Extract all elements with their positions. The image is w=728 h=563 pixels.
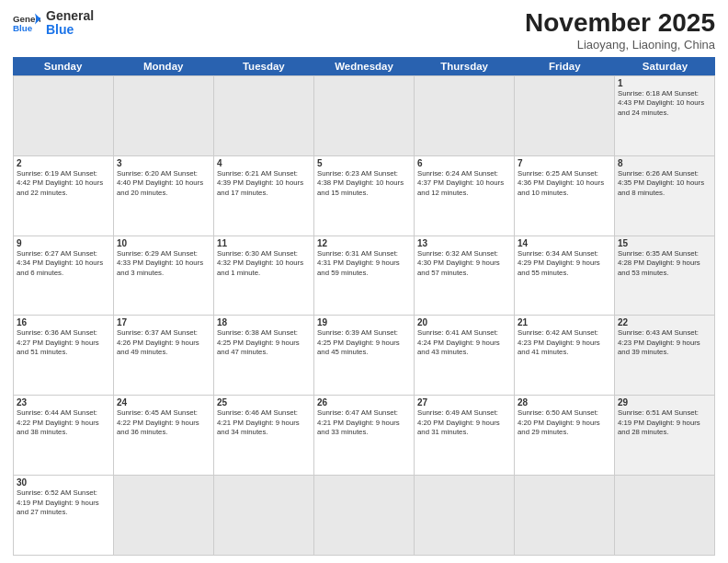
day-info: Sunrise: 6:23 AM Sunset: 4:38 PM Dayligh…	[317, 169, 411, 199]
table-row: 29Sunrise: 6:51 AM Sunset: 4:19 PM Dayli…	[615, 396, 715, 476]
day-number: 11	[217, 238, 311, 248]
day-info: Sunrise: 6:42 AM Sunset: 4:23 PM Dayligh…	[518, 328, 611, 358]
day-info: Sunrise: 6:24 AM Sunset: 4:37 PM Dayligh…	[417, 169, 511, 199]
day-info: Sunrise: 6:29 AM Sunset: 4:33 PM Dayligh…	[117, 249, 210, 279]
table-row: 21Sunrise: 6:42 AM Sunset: 4:23 PM Dayli…	[515, 316, 615, 396]
table-row	[214, 76, 314, 156]
table-row: 28Sunrise: 6:50 AM Sunset: 4:20 PM Dayli…	[515, 396, 615, 476]
day-number: 5	[317, 158, 411, 168]
header-sunday: Sunday	[13, 57, 113, 75]
day-number: 24	[117, 397, 210, 408]
day-number: 23	[17, 397, 110, 408]
calendar: Sunday Monday Tuesday Wednesday Thursday…	[13, 57, 715, 556]
table-row	[615, 476, 715, 556]
day-number: 2	[17, 158, 110, 168]
table-row: 6Sunrise: 6:24 AM Sunset: 4:37 PM Daylig…	[415, 156, 515, 236]
table-row: 24Sunrise: 6:45 AM Sunset: 4:22 PM Dayli…	[114, 396, 214, 476]
day-info: Sunrise: 6:43 AM Sunset: 4:23 PM Dayligh…	[618, 328, 711, 358]
table-row: 20Sunrise: 6:41 AM Sunset: 4:24 PM Dayli…	[415, 316, 515, 396]
logo-blue: Blue	[46, 23, 94, 37]
table-row: 8Sunrise: 6:26 AM Sunset: 4:35 PM Daylig…	[615, 156, 715, 236]
logo-general: General	[46, 9, 94, 23]
day-number: 14	[518, 238, 611, 248]
table-row	[415, 476, 515, 556]
day-info: Sunrise: 6:47 AM Sunset: 4:21 PM Dayligh…	[317, 408, 411, 438]
day-number: 29	[618, 397, 711, 408]
day-number: 22	[618, 317, 711, 327]
table-row	[515, 76, 615, 156]
location-subtitle: Liaoyang, Liaoning, China	[525, 38, 715, 52]
day-info: Sunrise: 6:49 AM Sunset: 4:20 PM Dayligh…	[417, 408, 511, 438]
table-row: 22Sunrise: 6:43 AM Sunset: 4:23 PM Dayli…	[615, 316, 715, 396]
table-row: 10Sunrise: 6:29 AM Sunset: 4:33 PM Dayli…	[114, 236, 214, 316]
day-info: Sunrise: 6:44 AM Sunset: 4:22 PM Dayligh…	[17, 408, 110, 438]
day-number: 9	[17, 238, 110, 248]
day-info: Sunrise: 6:41 AM Sunset: 4:24 PM Dayligh…	[417, 328, 511, 358]
logo: General Blue General Blue	[13, 9, 94, 38]
header-thursday: Thursday	[415, 57, 515, 75]
header-monday: Monday	[113, 57, 213, 75]
table-row	[214, 476, 314, 556]
day-number: 8	[618, 158, 711, 168]
table-row: 15Sunrise: 6:35 AM Sunset: 4:28 PM Dayli…	[615, 236, 715, 316]
header: General Blue General Blue November 2025 …	[13, 9, 715, 52]
day-info: Sunrise: 6:36 AM Sunset: 4:27 PM Dayligh…	[17, 328, 110, 358]
header-friday: Friday	[515, 57, 615, 75]
table-row: 1Sunrise: 6:18 AM Sunset: 4:43 PM Daylig…	[615, 76, 715, 156]
day-number: 20	[417, 317, 511, 327]
table-row: 16Sunrise: 6:36 AM Sunset: 4:27 PM Dayli…	[14, 316, 114, 396]
day-number: 17	[117, 317, 210, 327]
table-row: 26Sunrise: 6:47 AM Sunset: 4:21 PM Dayli…	[314, 396, 415, 476]
table-row: 5Sunrise: 6:23 AM Sunset: 4:38 PM Daylig…	[314, 156, 415, 236]
day-info: Sunrise: 6:39 AM Sunset: 4:25 PM Dayligh…	[317, 328, 411, 358]
page: General Blue General Blue November 2025 …	[0, 0, 728, 563]
day-info: Sunrise: 6:19 AM Sunset: 4:42 PM Dayligh…	[17, 169, 110, 199]
table-row: 12Sunrise: 6:31 AM Sunset: 4:31 PM Dayli…	[314, 236, 415, 316]
general-blue-logo-icon: General Blue	[13, 12, 40, 34]
day-number: 25	[217, 397, 311, 408]
table-row: 7Sunrise: 6:25 AM Sunset: 4:36 PM Daylig…	[515, 156, 615, 236]
day-info: Sunrise: 6:31 AM Sunset: 4:31 PM Dayligh…	[317, 249, 411, 279]
day-info: Sunrise: 6:52 AM Sunset: 4:19 PM Dayligh…	[17, 488, 110, 518]
table-row: 3Sunrise: 6:20 AM Sunset: 4:40 PM Daylig…	[114, 156, 214, 236]
header-wednesday: Wednesday	[313, 57, 414, 75]
day-number: 13	[417, 238, 511, 248]
table-row: 23Sunrise: 6:44 AM Sunset: 4:22 PM Dayli…	[14, 396, 114, 476]
table-row	[114, 476, 214, 556]
day-info: Sunrise: 6:46 AM Sunset: 4:21 PM Dayligh…	[217, 408, 311, 438]
day-number: 30	[17, 477, 110, 488]
table-row: 9Sunrise: 6:27 AM Sunset: 4:34 PM Daylig…	[14, 236, 114, 316]
day-number: 12	[317, 238, 411, 248]
day-info: Sunrise: 6:30 AM Sunset: 4:32 PM Dayligh…	[217, 249, 311, 279]
day-info: Sunrise: 6:35 AM Sunset: 4:28 PM Dayligh…	[618, 249, 711, 279]
day-info: Sunrise: 6:27 AM Sunset: 4:34 PM Dayligh…	[17, 249, 110, 279]
table-row: 4Sunrise: 6:21 AM Sunset: 4:39 PM Daylig…	[214, 156, 314, 236]
table-row	[314, 76, 415, 156]
day-number: 21	[518, 317, 611, 327]
day-number: 19	[317, 317, 411, 327]
table-row: 25Sunrise: 6:46 AM Sunset: 4:21 PM Dayli…	[214, 396, 314, 476]
day-info: Sunrise: 6:34 AM Sunset: 4:29 PM Dayligh…	[518, 249, 611, 279]
table-row	[314, 476, 415, 556]
day-info: Sunrise: 6:26 AM Sunset: 4:35 PM Dayligh…	[618, 169, 711, 199]
day-number: 10	[117, 238, 210, 248]
table-row: 18Sunrise: 6:38 AM Sunset: 4:25 PM Dayli…	[214, 316, 314, 396]
day-number: 1	[618, 78, 711, 88]
day-number: 3	[117, 158, 210, 168]
header-tuesday: Tuesday	[213, 57, 313, 75]
day-info: Sunrise: 6:25 AM Sunset: 4:36 PM Dayligh…	[518, 169, 611, 199]
table-row: 17Sunrise: 6:37 AM Sunset: 4:26 PM Dayli…	[114, 316, 214, 396]
svg-text:Blue: Blue	[13, 23, 33, 33]
day-number: 15	[618, 238, 711, 248]
table-row: 14Sunrise: 6:34 AM Sunset: 4:29 PM Dayli…	[515, 236, 615, 316]
day-number: 28	[518, 397, 611, 408]
month-year-title: November 2025	[525, 9, 715, 38]
table-row: 30Sunrise: 6:52 AM Sunset: 4:19 PM Dayli…	[14, 476, 114, 556]
day-info: Sunrise: 6:38 AM Sunset: 4:25 PM Dayligh…	[217, 328, 311, 358]
day-info: Sunrise: 6:18 AM Sunset: 4:43 PM Dayligh…	[618, 89, 711, 119]
day-info: Sunrise: 6:37 AM Sunset: 4:26 PM Dayligh…	[117, 328, 210, 358]
day-number: 27	[417, 397, 511, 408]
table-row	[515, 476, 615, 556]
calendar-grid: 1Sunrise: 6:18 AM Sunset: 4:43 PM Daylig…	[13, 75, 715, 556]
day-number: 7	[518, 158, 611, 168]
